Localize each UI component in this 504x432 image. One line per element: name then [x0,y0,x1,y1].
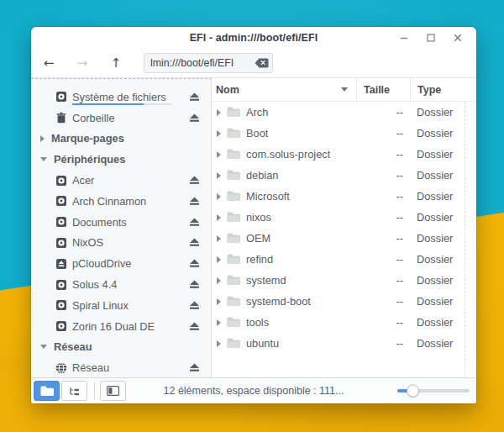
network-globe-icon [55,362,67,374]
statusbar: 12 éléments, espace disponible : 111... [31,377,476,403]
file-row-arch[interactable]: Arch -- Dossier [212,102,476,123]
drive-icon [55,91,67,103]
sidebar-item-spiral-linux[interactable]: Spiral Linux [31,295,211,316]
eject-icon[interactable] [189,113,200,123]
expand-row-icon[interactable] [217,151,221,158]
list-view-button[interactable] [61,381,87,401]
expand-row-icon[interactable] [217,193,221,200]
eject-icon[interactable] [189,301,200,310]
statusbar-separator [94,382,95,399]
column-header-nom[interactable]: Nom [212,78,356,101]
column-grid-line [465,102,465,377]
icon-view-button[interactable] [34,381,60,401]
folder-icon [227,275,240,286]
sidebar-item-acer[interactable]: Acer [31,170,211,191]
titlebar[interactable]: EFI - admin:///boot/efi/EFI [31,27,476,48]
expand-row-icon[interactable] [217,172,221,179]
eject-icon[interactable] [189,280,200,289]
column-label-type: Type [417,84,441,96]
drive-icon [55,195,67,207]
file-manager-window: EFI - admin:///boot/efi/EFI ← → ↑ Systèm… [31,27,476,403]
file-rows: Arch -- Dossier Boot -- Dossier com.solu… [212,102,476,354]
window-title: EFI - admin:///boot/efi/EFI [190,32,318,44]
location-input[interactable] [144,53,273,73]
file-list-pane: Nom Taille Type Arch -- Dossier [212,78,476,377]
toolbar: ← → ↑ [31,48,476,78]
eject-icon[interactable] [189,176,200,185]
close-icon[interactable] [452,32,463,43]
chevron-down-icon[interactable] [40,157,47,161]
window-content: Système de fichiers Corbeille Marque-pag… [31,78,476,377]
sidebar-item-marque-pages[interactable]: Marque-pages [31,129,211,150]
removable-drive-icon [55,258,67,270]
sidebar-item-documents[interactable]: Documents [31,212,211,233]
folder-icon [227,254,240,265]
zoom-slider[interactable] [397,378,470,403]
expand-row-icon[interactable] [217,319,221,326]
location-bar[interactable] [144,53,273,73]
expand-row-icon[interactable] [217,235,221,242]
sidebar-item-p-riph-riques[interactable]: Périphériques [31,149,211,170]
window-controls [398,27,463,48]
eject-icon[interactable] [189,197,200,206]
eject-icon[interactable] [189,259,200,268]
folder-icon [227,317,240,328]
expand-row-icon[interactable] [217,214,221,221]
column-label-taille: Taille [364,84,390,96]
column-header-taille[interactable]: Taille [356,78,410,101]
eject-icon[interactable] [189,238,200,247]
file-row-tools[interactable]: tools -- Dossier [212,312,476,333]
file-row-refind[interactable]: refind -- Dossier [212,249,476,270]
up-icon[interactable]: ↑ [107,55,125,71]
eject-icon[interactable] [189,322,200,331]
minimize-icon[interactable] [398,32,409,43]
file-row-nixos[interactable]: nixos -- Dossier [212,207,476,228]
expand-row-icon[interactable] [217,277,221,284]
expand-row-icon[interactable] [217,340,221,347]
drive-icon [55,299,67,311]
file-row-oem[interactable]: OEM -- Dossier [212,228,476,249]
sidebar-item-r-seau[interactable]: Réseau [31,357,211,377]
sidebar-item-solus-4-4[interactable]: Solus 4.4 [31,274,211,295]
drive-icon [55,175,67,187]
file-row-boot[interactable]: Boot -- Dossier [212,123,476,144]
folder-icon [227,296,240,307]
sidebar-item-corbeille[interactable]: Corbeille [31,108,211,129]
sidebar-list: Système de fichiers Corbeille Marque-pag… [31,87,211,377]
folder-icon [227,338,240,349]
back-icon[interactable]: ← [39,55,58,71]
file-row-debian[interactable]: debian -- Dossier [212,165,476,186]
folder-icon [227,212,240,223]
zoom-slider-handle[interactable] [407,385,419,398]
forward-icon[interactable]: → [73,55,92,71]
column-headers: Nom Taille Type [212,78,476,102]
clear-location-icon[interactable] [255,58,269,68]
sidebar-item-syst-me-de-fichiers[interactable]: Système de fichiers [31,87,211,108]
chevron-down-icon[interactable] [40,345,47,349]
column-label-nom: Nom [216,84,239,96]
expand-row-icon[interactable] [217,130,221,137]
file-row-com-solus-project[interactable]: com.solus-project -- Dossier [212,144,476,165]
sidebar-item-zorin-16-dual-de[interactable]: Zorin 16 Dual DE [31,316,211,337]
file-row-microsoft[interactable]: Microsoft -- Dossier [212,186,476,207]
chevron-right-icon[interactable] [40,135,45,142]
file-row-ubuntu[interactable]: ubuntu -- Dossier [212,333,476,354]
expand-row-icon[interactable] [217,256,221,263]
sidebar-item-pclouddrive[interactable]: pCloudDrive [31,253,211,274]
eject-icon[interactable] [189,218,200,227]
column-header-type[interactable]: Type [410,78,476,101]
maximize-icon[interactable] [425,32,436,43]
expand-row-icon[interactable] [217,298,221,305]
drive-icon [55,216,67,228]
file-row-systemd-boot[interactable]: systemd-boot -- Dossier [212,291,476,312]
sidebar-item-nixos[interactable]: NixOS [31,233,211,254]
toggle-sidebar-button[interactable] [100,381,126,401]
drive-icon [55,237,67,249]
file-row-systemd[interactable]: systemd -- Dossier [212,270,476,291]
sidebar-item-r-seau[interactable]: Réseau [31,337,211,358]
eject-icon[interactable] [189,92,200,102]
folder-icon [227,233,240,244]
sidebar-item-arch-cinnamon[interactable]: Arch Cinnamon [31,191,211,212]
eject-icon[interactable] [189,363,200,372]
expand-row-icon[interactable] [217,109,221,116]
